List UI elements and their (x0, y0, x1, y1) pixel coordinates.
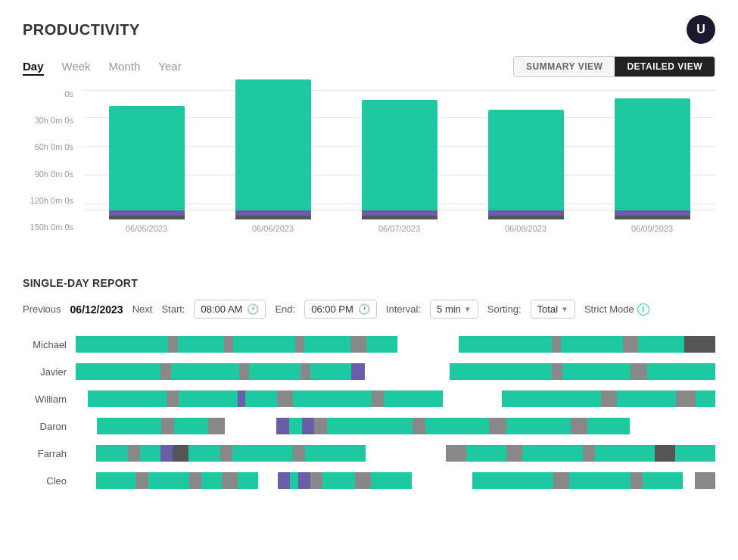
bar-5 (615, 98, 690, 219)
chart-inner: 06/05/2023 06/06/2023 (83, 89, 715, 256)
header: PRODUCTIVITY U (23, 15, 715, 44)
y-label-4: 120h 0m 0s (23, 196, 79, 205)
tabs: Day Week Month Year (23, 58, 182, 76)
strict-mode-control: Strict Mode i (584, 303, 649, 316)
summary-view-button[interactable]: SUMMARY VIEW (514, 57, 615, 76)
bar-5-gray (615, 216, 690, 219)
bar-1 (109, 106, 185, 219)
sorting-value: Total (537, 303, 558, 315)
section-title: SINGLE-DAY REPORT (23, 277, 715, 289)
chevron-down-icon: ▼ (464, 305, 472, 313)
bar-3-purple (362, 210, 438, 216)
row-timeline (76, 472, 715, 489)
bar-group-2: 06/06/2023 (228, 79, 319, 233)
bar-group-5: 06/09/2023 (607, 98, 698, 233)
row-label: Daron (23, 421, 76, 432)
timeline-segments (76, 445, 715, 462)
interval-label: Interval: (386, 303, 421, 315)
bar-3-teal (362, 100, 438, 210)
bar-group-3: 06/07/2023 (354, 100, 445, 233)
start-time-value: 08:00 AM (201, 303, 242, 315)
timeline-row: Daron (23, 414, 715, 438)
row-timeline (76, 363, 715, 380)
tab-year[interactable]: Year (158, 58, 181, 76)
timeline-row: Cleo (23, 468, 715, 493)
y-label-5: 150h 0m 0s (23, 222, 79, 232)
timeline-segments (76, 390, 715, 407)
bar-label-5: 06/09/2023 (631, 224, 673, 233)
end-label: End: (275, 303, 295, 315)
row-timeline (76, 390, 715, 407)
bar-1-teal (109, 106, 185, 210)
row-label: Javier (23, 366, 76, 378)
row-timeline (76, 336, 715, 353)
bar-4-teal (488, 110, 564, 210)
next-button[interactable]: Next (132, 303, 153, 315)
bar-5-teal (615, 98, 690, 210)
bar-4-purple (488, 210, 564, 216)
timeline-container: Michael (23, 332, 715, 496)
bar-4 (488, 110, 564, 219)
timeline-row: Javier (23, 359, 715, 384)
info-icon[interactable]: i (637, 303, 649, 316)
tabs-row: Day Week Month Year SUMMARY VIEW DETAILE… (23, 56, 715, 77)
bar-4-gray (488, 216, 564, 219)
bar-label-4: 06/08/2023 (505, 224, 546, 233)
interval-value: 5 min (437, 303, 461, 315)
avatar[interactable]: U (687, 15, 715, 44)
row-timeline (76, 418, 715, 434)
tab-week[interactable]: Week (62, 58, 91, 76)
previous-button[interactable]: Previous (23, 303, 61, 315)
start-label: Start: (161, 303, 185, 315)
row-label: William (23, 394, 76, 405)
bar-label-2: 06/06/2023 (252, 224, 294, 233)
y-label-1: 30h 0m 0s (23, 116, 79, 125)
bar-1-purple (109, 210, 185, 216)
bar-label-1: 06/05/2023 (126, 224, 167, 233)
bar-label-3: 06/07/2023 (378, 224, 420, 233)
row-label: Farrah (23, 448, 76, 459)
y-label-0: 0s (23, 89, 79, 98)
timeline-row: Michael (23, 332, 715, 356)
row-label: Cleo (23, 475, 76, 487)
page-title: PRODUCTIVITY (23, 21, 140, 39)
timeline-segments (76, 418, 715, 434)
bar-5-purple (615, 210, 690, 216)
clock-icon-2: 🕐 (358, 303, 370, 315)
start-time-input[interactable]: 08:00 AM 🕐 (194, 300, 266, 319)
tab-month[interactable]: Month (109, 58, 141, 76)
y-label-2: 60h 0m 0s (23, 142, 79, 151)
bars-container: 06/05/2023 06/06/2023 (83, 89, 715, 256)
interval-select[interactable]: 5 min ▼ (430, 300, 478, 319)
productivity-chart: 150h 0m 0s 120h 0m 0s 90h 0m 0s 60h 0m 0… (23, 89, 715, 256)
current-date: 06/12/2023 (70, 303, 123, 316)
timeline-segments (76, 363, 715, 380)
chevron-down-icon-2: ▼ (561, 305, 568, 313)
bar-1-gray (109, 216, 185, 219)
y-axis-labels: 150h 0m 0s 120h 0m 0s 90h 0m 0s 60h 0m 0… (23, 89, 79, 233)
row-label: Michael (23, 339, 76, 350)
timeline-row: William (23, 387, 715, 411)
tab-day[interactable]: Day (23, 58, 44, 76)
bar-2-teal (235, 79, 311, 210)
timeline-segments (76, 472, 715, 489)
sorting-label: Sorting: (487, 303, 522, 315)
end-time-value: 06:00 PM (311, 303, 353, 315)
y-label-3: 90h 0m 0s (23, 170, 79, 179)
detailed-view-button[interactable]: DETAILED VIEW (615, 57, 715, 76)
bar-3-gray (362, 216, 438, 219)
bar-2-gray (235, 216, 311, 219)
row-timeline (76, 445, 715, 462)
bar-group-4: 06/08/2023 (481, 110, 571, 233)
timeline-row: Farrah (23, 441, 715, 465)
bar-group-1: 06/05/2023 (101, 106, 192, 233)
timeline-segments (76, 336, 715, 353)
bar-3 (362, 100, 438, 219)
bar-2-purple (235, 210, 311, 216)
report-controls: Previous 06/12/2023 Next Start: 08:00 AM… (23, 300, 715, 319)
end-time-input[interactable]: 06:00 PM 🕐 (304, 300, 377, 319)
view-toggle: SUMMARY VIEW DETAILED VIEW (513, 56, 715, 77)
strict-mode-label: Strict Mode (584, 303, 634, 315)
bar-2 (235, 79, 311, 219)
sorting-select[interactable]: Total ▼ (531, 300, 575, 319)
